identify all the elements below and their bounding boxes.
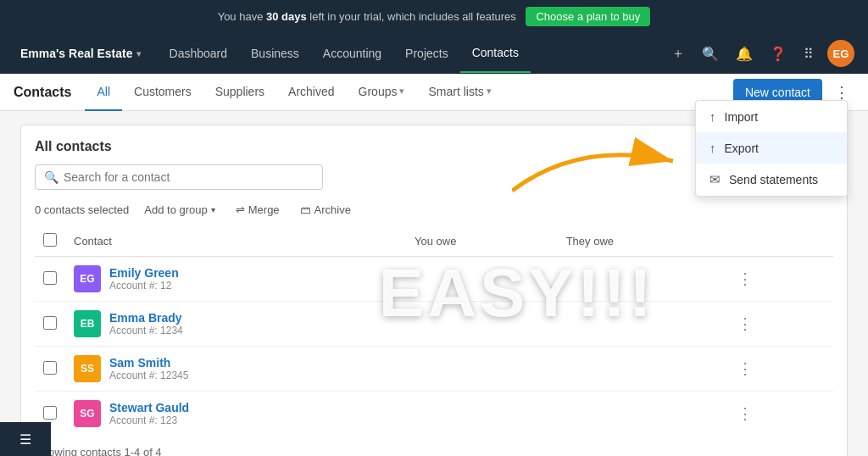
choose-plan-button[interactable]: Choose a plan to buy [526,7,650,26]
bottom-menu-icon: ☰ [19,431,31,448]
trial-text: You have 30 days left in your trial, whi… [218,10,520,23]
row-more-button[interactable]: ⋮ [732,358,758,380]
contact-avatar: EB [74,310,101,337]
search-icon: 🔍 [44,170,58,184]
row-checkbox-cell [35,257,65,302]
you-owe-cell [406,302,558,347]
search-input[interactable] [64,170,314,184]
archive-button[interactable]: 🗃 Archive [295,200,356,220]
tab-all[interactable]: All [85,74,122,111]
select-all-checkbox[interactable] [43,233,57,247]
nav-projects[interactable]: Projects [393,35,460,72]
you-owe-cell [406,392,558,437]
they-owe-cell [558,347,725,392]
contact-avatar: SS [74,355,101,382]
row-more-button[interactable]: ⋮ [732,313,758,335]
contact-name[interactable]: Stewart Gauld [109,401,189,414]
trial-banner: You have 30 days left in your trial, whi… [0,0,868,33]
contacts-title: Contacts [14,85,71,100]
contact-account: Account #: 12345 [109,370,188,381]
they-owe-cell [558,257,725,302]
send-statements-menu-item[interactable]: ✉ Send statements [696,164,847,196]
archive-icon: 🗃 [300,203,311,216]
add-group-chevron-icon: ▾ [211,205,215,214]
selected-count: 0 contacts selected [35,203,129,216]
table-row: SS Sam Smith Account #: 12345 ⋮ [35,347,833,392]
contact-account: Account #: 12 [109,280,179,292]
actions-header [724,226,833,257]
export-menu-item[interactable]: ↑ Export [696,132,847,164]
row-more-button[interactable]: ⋮ [732,268,758,290]
tab-smart-lists[interactable]: Smart lists ▾ [416,74,503,111]
groups-chevron-icon: ▾ [399,86,404,97]
bottom-bar: ☰ [0,422,51,456]
contact-cell: EG Emily Green Account #: 12 [65,257,406,302]
contact-cell: EB Emma Brady Account #: 1234 [65,302,406,347]
row-actions-cell: ⋮ [724,302,833,347]
action-row: 0 contacts selected Add to group ▾ ⇌ Mer… [35,200,833,220]
they-owe-header: They owe [558,226,725,257]
row-checkbox-cell [35,347,65,392]
row-actions-cell: ⋮ [724,392,833,437]
row-checkbox[interactable] [43,406,57,420]
import-menu-item[interactable]: ↑ Import [696,101,847,132]
contact-avatar: SG [74,400,101,427]
contact-name[interactable]: Sam Smith [109,356,188,370]
export-icon: ↑ [709,141,716,155]
row-checkbox-cell [35,302,65,347]
contacts-table: Contact You owe They owe EG Emily Green … [35,226,833,436]
nav-links: Dashboard Business Accounting Projects C… [158,34,531,73]
contact-info: Emma Brady Account #: 1234 [109,311,183,336]
grid-icon[interactable]: ⠿ [800,42,817,65]
contact-cell: SS Sam Smith Account #: 12345 [65,347,406,392]
brand-chevron-icon: ▾ [136,49,141,58]
row-actions-cell: ⋮ [724,257,833,302]
tab-suppliers[interactable]: Suppliers [203,74,276,111]
search-box: 🔍 [35,164,323,190]
avatar[interactable]: EG [827,40,854,67]
tab-customers[interactable]: Customers [122,74,203,111]
smart-lists-chevron-icon: ▾ [487,86,492,97]
nav-right: ＋ 🔍 🔔 ❓ ⠿ EG [668,40,854,67]
they-owe-cell [558,392,725,437]
merge-icon: ⇌ [236,203,245,216]
contact-cell: SG Stewart Gauld Account #: 123 [65,392,406,437]
you-owe-header: You owe [406,226,558,257]
contact-account: Account #: 123 [109,414,189,426]
you-owe-cell [406,257,558,302]
tab-groups[interactable]: Groups ▾ [347,74,417,111]
contact-info: Stewart Gauld Account #: 123 [109,401,189,426]
table-row: SG Stewart Gauld Account #: 123 ⋮ [35,392,833,437]
nav-accounting[interactable]: Accounting [311,35,393,72]
contact-header: Contact [65,226,406,257]
showing-label: Showing contacts 1-4 of 4 [35,446,833,456]
brand-button[interactable]: Emma's Real Estate ▾ [14,42,147,65]
top-nav: Emma's Real Estate ▾ Dashboard Business … [0,33,868,74]
dropdown-menu: ↑ Import ↑ Export ✉ Send statements [695,100,848,197]
contact-info: Emily Green Account #: 12 [109,266,179,292]
merge-button[interactable]: ⇌ Merge [231,200,285,220]
nav-contacts[interactable]: Contacts [460,34,531,73]
bell-icon[interactable]: 🔔 [732,42,756,65]
contact-name[interactable]: Emily Green [109,266,179,280]
plus-icon[interactable]: ＋ [668,42,688,66]
contact-account: Account #: 1234 [109,325,183,336]
table-row: EB Emma Brady Account #: 1234 ⋮ [35,302,833,347]
nav-business[interactable]: Business [239,35,311,72]
contact-name[interactable]: Emma Brady [109,311,183,325]
row-more-button[interactable]: ⋮ [732,403,758,425]
import-icon: ↑ [709,109,716,124]
row-checkbox[interactable] [43,316,57,330]
row-checkbox[interactable] [43,271,57,285]
contact-avatar: EG [74,265,101,292]
contact-info: Sam Smith Account #: 12345 [109,356,188,381]
row-actions-cell: ⋮ [724,347,833,392]
row-checkbox[interactable] [43,361,57,375]
help-icon[interactable]: ❓ [766,42,790,65]
tab-archived[interactable]: Archived [276,74,346,111]
add-to-group-button[interactable]: Add to group ▾ [139,200,220,220]
search-icon[interactable]: 🔍 [698,42,722,65]
nav-dashboard[interactable]: Dashboard [158,35,240,72]
send-statements-icon: ✉ [709,172,721,187]
table-row: EG Emily Green Account #: 12 ⋮ [35,257,833,302]
